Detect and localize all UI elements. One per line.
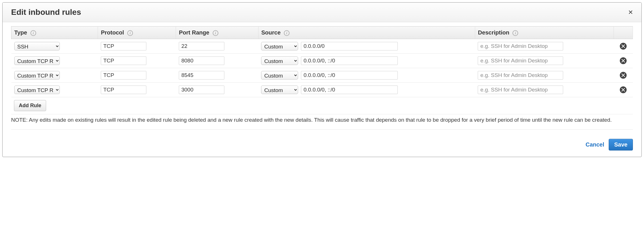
type-select[interactable]: Custom TCP Rule	[14, 86, 60, 94]
source-value-input[interactable]	[301, 86, 398, 94]
port-range-input[interactable]	[179, 71, 224, 80]
remove-rule-button[interactable]	[620, 43, 627, 50]
table-row: Custom TCP RuleCustom	[11, 83, 633, 97]
source-value-input[interactable]	[301, 42, 398, 50]
description-input[interactable]	[478, 86, 563, 94]
close-icon: ×	[628, 8, 633, 17]
note-text: NOTE: Any edits made on existing rules w…	[11, 114, 633, 130]
close-icon	[622, 74, 625, 77]
source-mode-select[interactable]: Custom	[261, 86, 298, 94]
column-header-source-label: Source	[261, 29, 281, 36]
source-value-input[interactable]	[301, 71, 398, 80]
table-row: Custom TCP RuleCustom	[11, 68, 633, 83]
info-icon[interactable]: i	[512, 30, 518, 36]
cancel-button[interactable]: Cancel	[586, 141, 604, 148]
column-header-source: Source i	[258, 27, 475, 39]
rules-table: Type i Protocol i Port Range i Source i	[11, 26, 633, 97]
remove-rule-button[interactable]	[620, 57, 627, 64]
port-range-input[interactable]	[179, 86, 224, 94]
port-range-input[interactable]	[179, 56, 224, 65]
save-button[interactable]: Save	[609, 139, 633, 151]
column-header-description-label: Description	[478, 29, 509, 36]
info-icon[interactable]: i	[30, 30, 36, 36]
column-header-type-label: Type	[14, 29, 27, 36]
type-select[interactable]: Custom TCP Rule	[14, 71, 60, 80]
table-row: Custom TCP RuleCustom	[11, 54, 633, 68]
source-mode-select[interactable]: Custom	[261, 56, 298, 65]
source-mode-select[interactable]: Custom	[261, 71, 298, 80]
source-value-input[interactable]	[301, 56, 398, 65]
column-header-protocol-label: Protocol	[101, 29, 124, 36]
description-input[interactable]	[478, 56, 563, 65]
column-header-protocol: Protocol i	[98, 27, 176, 39]
column-header-remove	[614, 27, 633, 39]
column-header-type: Type i	[11, 27, 98, 39]
type-select[interactable]: SSH	[14, 42, 60, 50]
close-icon	[622, 44, 625, 48]
info-icon[interactable]: i	[284, 30, 290, 36]
column-header-description: Description i	[475, 27, 614, 39]
info-icon[interactable]: i	[127, 30, 133, 36]
edit-inbound-rules-dialog: Edit inbound rules × Type i Protocol i P	[2, 2, 642, 157]
source-mode-select[interactable]: Custom	[261, 42, 298, 50]
info-icon[interactable]: i	[213, 30, 218, 36]
add-rule-button[interactable]: Add Rule	[14, 100, 46, 111]
protocol-input[interactable]	[101, 42, 146, 50]
protocol-input[interactable]	[101, 56, 146, 65]
port-range-input[interactable]	[179, 42, 224, 50]
dialog-body: Type i Protocol i Port Range i Source i	[3, 22, 641, 133]
description-input[interactable]	[478, 71, 563, 80]
remove-rule-button[interactable]	[620, 72, 627, 79]
close-icon	[622, 88, 625, 91]
remove-rule-button[interactable]	[620, 86, 627, 93]
protocol-input[interactable]	[101, 71, 146, 80]
dialog-footer: Cancel Save	[3, 133, 641, 157]
close-icon	[622, 59, 625, 62]
dialog-header: Edit inbound rules ×	[3, 3, 641, 22]
column-header-port-range-label: Port Range	[179, 29, 209, 36]
type-select[interactable]: Custom TCP Rule	[14, 56, 60, 65]
table-row: SSHCustom	[11, 39, 633, 54]
column-header-port-range: Port Range i	[176, 27, 258, 39]
close-button[interactable]: ×	[628, 8, 633, 16]
description-input[interactable]	[478, 42, 563, 50]
protocol-input[interactable]	[101, 86, 146, 94]
dialog-title: Edit inbound rules	[11, 8, 81, 17]
